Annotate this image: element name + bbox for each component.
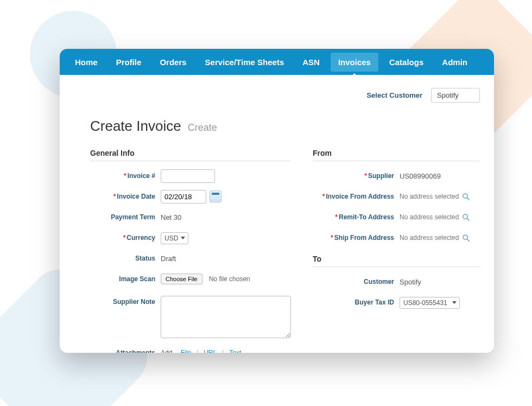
from-heading: From <box>313 149 480 161</box>
attachments-add-text: Add <box>161 349 172 353</box>
remit-to-address-value: No address selected <box>400 213 459 221</box>
search-icon[interactable] <box>462 234 470 242</box>
supplier-note-label: Supplier Note <box>113 298 155 306</box>
file-status-text: No file chosen <box>209 275 250 283</box>
supplier-value: US08990069 <box>400 172 480 180</box>
nav-service-time-sheets[interactable]: Service/Time Sheets <box>198 53 292 72</box>
to-customer-label: Customer <box>364 278 394 286</box>
nav-orders[interactable]: Orders <box>152 53 194 72</box>
page-title-sub: Create <box>188 122 217 134</box>
nav-profile[interactable]: Profile <box>109 53 149 72</box>
nav-asn[interactable]: ASN <box>295 53 327 72</box>
nav-invoices[interactable]: Invoices <box>331 53 378 72</box>
invoice-date-label: Invoice Date <box>117 193 155 200</box>
nav-bar: Home Profile Orders Service/Time Sheets … <box>60 49 494 75</box>
select-customer-dropdown[interactable]: Spotify <box>431 88 480 103</box>
invoice-from-address-label: Invoice From Address <box>326 193 394 200</box>
currency-label: Currency <box>126 234 155 242</box>
search-icon[interactable] <box>462 213 470 221</box>
app-window: Home Profile Orders Service/Time Sheets … <box>60 49 494 353</box>
search-icon[interactable] <box>462 193 470 201</box>
invoice-from-address-value: No address selected <box>400 193 459 200</box>
remit-to-address-label: Remit-To Address <box>339 213 394 221</box>
buyer-tax-id-label: Buyer Tax ID <box>355 299 394 306</box>
supplier-label: Supplier <box>368 172 394 180</box>
ship-from-address-label: Ship From Address <box>334 234 394 242</box>
calendar-icon[interactable] <box>210 191 221 202</box>
payment-term-label: Payment Term <box>111 213 155 221</box>
attachment-text-link[interactable]: Text <box>229 349 241 353</box>
attachment-url-link[interactable]: URL <box>204 349 217 353</box>
invoice-number-label: Invoice # <box>128 172 155 180</box>
nav-admin[interactable]: Admin <box>434 53 475 72</box>
nav-home[interactable]: Home <box>67 53 105 72</box>
general-info-heading: General Info <box>90 149 291 161</box>
select-customer-row: Select Customer Spotify <box>90 88 480 103</box>
currency-select[interactable]: USD <box>161 232 188 244</box>
page-title-main: Create Invoice <box>90 118 181 135</box>
to-heading: To <box>313 255 480 267</box>
content-area: Select Customer Spotify Create Invoice C… <box>60 75 494 353</box>
invoice-number-input[interactable] <box>161 169 215 183</box>
nav-catalogs[interactable]: Catalogs <box>382 53 431 72</box>
attachments-label: Attachments <box>116 349 155 353</box>
svg-line-1 <box>467 198 470 200</box>
from-to-section: From *Supplier US08990069 *Invoice From … <box>313 149 480 353</box>
image-scan-label: Image Scan <box>119 275 155 283</box>
to-customer-value: Spotify <box>400 278 480 286</box>
status-value: Draft <box>161 255 291 263</box>
buyer-tax-id-select[interactable]: US80-0555431 <box>400 297 460 309</box>
attachment-file-link[interactable]: File <box>181 349 191 353</box>
svg-line-3 <box>467 218 470 220</box>
ship-from-address-value: No address selected <box>400 234 459 242</box>
page-title: Create Invoice Create <box>90 118 480 135</box>
payment-term-value: Net 30 <box>161 213 291 221</box>
choose-file-button[interactable]: Choose File <box>161 274 202 284</box>
invoice-date-input[interactable] <box>161 190 206 204</box>
general-info-section: General Info *Invoice # *Invoice Date P <box>90 149 291 353</box>
select-customer-label: Select Customer <box>366 91 422 99</box>
supplier-note-textarea[interactable] <box>161 296 291 338</box>
status-label: Status <box>135 255 155 262</box>
svg-line-5 <box>467 239 470 241</box>
